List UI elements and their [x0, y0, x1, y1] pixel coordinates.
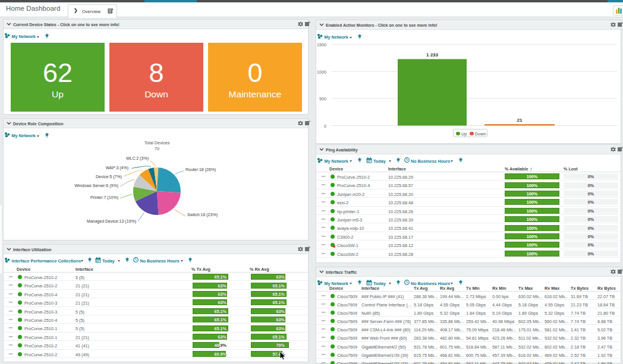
svg-text:0: 0 [324, 124, 326, 129]
svg-text:500: 500 [319, 96, 326, 102]
svg-text:1500: 1500 [317, 42, 326, 48]
svg-text:1000: 1000 [317, 69, 326, 75]
svg-text:Router:18 (26%): Router:18 (26%) [185, 167, 216, 172]
svg-text:Switch:16 (23%): Switch:16 (23%) [187, 213, 218, 217]
svg-text:21: 21 [517, 118, 523, 123]
svg-text:70: 70 [155, 146, 159, 151]
svg-text:Device:5 (7%): Device:5 (7%) [96, 175, 122, 179]
svg-text:1 233: 1 233 [426, 52, 439, 58]
svg-text:Windows Server:6 (9%): Windows Server:6 (9%) [74, 183, 118, 188]
svg-text:Printer:7 (10%): Printer:7 (10%) [90, 195, 118, 200]
svg-text:Managed Device:13 (19%): Managed Device:13 (19%) [87, 219, 136, 224]
svg-text:Total Devices: Total Devices [144, 140, 170, 145]
svg-text:WLC:2 (3%): WLC:2 (3%) [126, 156, 149, 161]
svg-text:WAP:3 (4%): WAP:3 (4%) [106, 166, 128, 170]
